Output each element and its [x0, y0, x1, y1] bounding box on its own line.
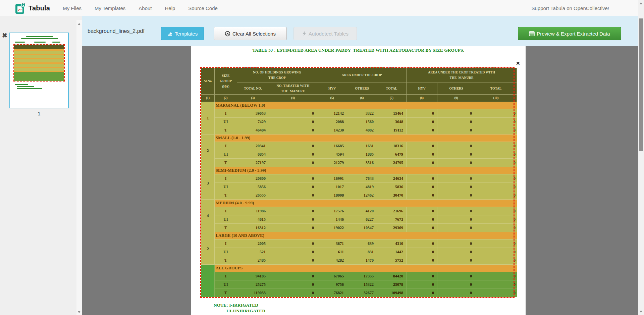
nav-item-source-code[interactable]: Source Code [188, 5, 218, 11]
nav-item-help[interactable]: Help [165, 5, 175, 11]
brand[interactable]: Tabula [15, 2, 50, 14]
main-nav: My FilesMy TemplatesAboutHelpSource Code [63, 5, 231, 11]
thumb-note-line [17, 86, 34, 87]
scrollbar-thumb[interactable] [639, 18, 643, 151]
page-thumbnail[interactable] [9, 33, 69, 108]
scroll-down-icon[interactable] [78, 311, 80, 313]
nav-item-my-templates[interactable]: My Templates [95, 5, 125, 11]
thumb-meta-line [52, 42, 60, 43]
templates-button[interactable]: Templates [161, 27, 204, 40]
note-line-1: NOTE: I-IRRIGATED [214, 303, 258, 308]
scroll-up-icon[interactable] [78, 23, 80, 25]
document-title: TABLE 5J : ESTIMATED AREA UNDER PADDY TR… [191, 48, 526, 53]
thumb-note-line [17, 88, 42, 89]
clear-all-selections-button[interactable]: Clear All Selections [214, 27, 287, 40]
thumb-table-body [14, 49, 64, 71]
pdf-page[interactable]: TABLE 5J : ESTIMATED AREA UNDER PADDY TR… [191, 46, 526, 315]
thumb-meta-line [34, 42, 46, 43]
toolbar: background_lines_2.pdf Templates Clear A… [82, 16, 638, 46]
current-filename: background_lines_2.pdf [88, 16, 145, 46]
clear-selections-label: Clear All Selections [232, 31, 276, 37]
selection-rectangle[interactable] [200, 67, 515, 298]
preview-export-label: Preview & Export Extracted Data [537, 31, 610, 37]
sidebar-scrollbar[interactable] [76, 20, 82, 315]
scroll-up-icon[interactable] [640, 2, 642, 4]
preview-export-button[interactable]: Preview & Export Extracted Data [518, 27, 621, 40]
thumb-table-header [14, 45, 64, 49]
brand-name: Tabula [29, 4, 50, 12]
thumb-title-line [26, 36, 53, 37]
page-thumbnail-sidebar: ✖ 1 [0, 16, 82, 315]
nav-item-my-files[interactable]: My Files [63, 5, 82, 11]
scroll-down-icon[interactable] [640, 311, 642, 313]
selection-close-icon[interactable]: ✕ [516, 61, 520, 66]
clear-selections-icon [225, 31, 230, 37]
thumb-note-line [15, 84, 28, 85]
tabula-logo-icon [15, 2, 26, 14]
pdf-viewer: TABLE 5J : ESTIMATED AREA UNDER PADDY TR… [82, 46, 638, 315]
window-scrollbar[interactable] [638, 0, 644, 315]
support-link[interactable]: Support Tabula on OpenCollective! [531, 0, 609, 16]
autodetect-label: Autodetect Tables [309, 31, 348, 37]
autodetect-tables-button[interactable]: Autodetect Tables [293, 27, 357, 40]
note-line-2: UI-UNIRRIGATED [226, 308, 265, 314]
templates-icon [167, 31, 173, 36]
thumbnail-selection-rect [13, 44, 65, 82]
templates-label: Templates [175, 31, 198, 37]
navbar: Tabula My FilesMy TemplatesAboutHelpSour… [0, 0, 638, 16]
thumb-table-allgroups [14, 71, 64, 81]
lightning-icon [302, 31, 307, 36]
thumb-subtitle-line [21, 38, 58, 39]
nav-item-about[interactable]: About [139, 5, 152, 11]
list-table-icon [529, 31, 535, 37]
thumb-meta-line [15, 42, 25, 43]
remove-page-icon[interactable]: ✖ [2, 32, 7, 39]
thumbnail-page-number: 1 [9, 111, 69, 116]
